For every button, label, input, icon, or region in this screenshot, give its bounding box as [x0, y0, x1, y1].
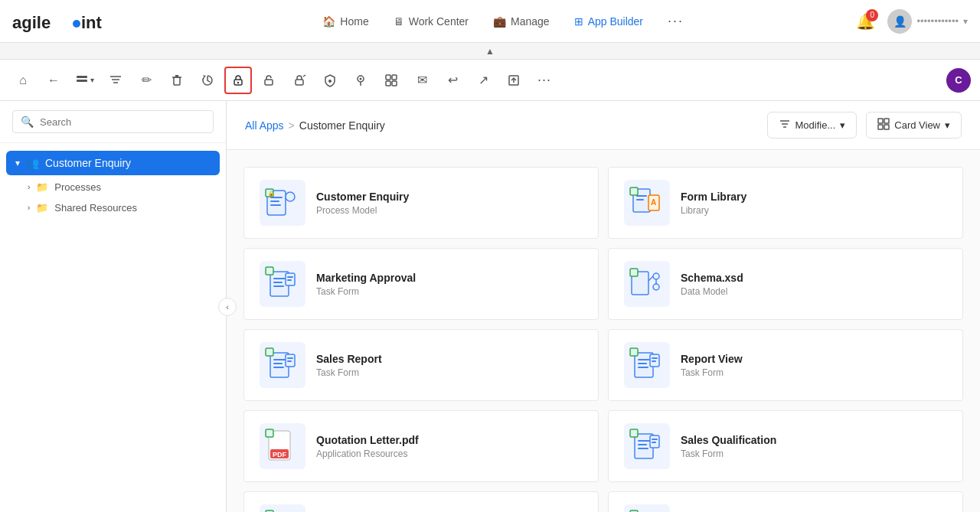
search-input[interactable]	[40, 116, 205, 128]
top-nav-right: 🔔 0 👤 •••••••••••• ▾	[856, 9, 968, 34]
toolbar-pin-button[interactable]	[347, 67, 374, 94]
toolbar-home-button[interactable]: ⌂	[9, 67, 37, 94]
sidebar-item-customer-enquiry[interactable]: ▾ 👥 Customer Enquiry	[6, 151, 220, 175]
view-chevron-icon: ▾	[945, 119, 950, 131]
collapse-button[interactable]: ▲	[485, 46, 495, 57]
svg-rect-21	[392, 75, 397, 80]
sort-icon	[779, 118, 791, 132]
toolbar-grid-button[interactable]	[377, 67, 405, 94]
toolbar-unlock-button[interactable]	[255, 67, 283, 94]
card-title-sales-report: Sales Report	[316, 353, 583, 365]
nav-appbuilder[interactable]: ⊞ App Builder	[574, 15, 643, 28]
shared-folder-icon: 📁	[36, 202, 48, 214]
svg-rect-62	[273, 363, 283, 364]
card-item-form-library[interactable]: A Form Library Library	[608, 167, 963, 239]
svg-rect-31	[878, 125, 883, 129]
card-title-sales-qualification: Sales Qualification	[681, 434, 947, 446]
toolbar-shield-button[interactable]	[316, 67, 344, 94]
toolbar-reply-button[interactable]: ↩	[439, 67, 466, 94]
card-subtitle-marketing-approval: Task Form	[316, 286, 583, 297]
svg-rect-45	[630, 188, 638, 195]
card-icon-report-view	[624, 342, 670, 388]
card-title-customer-enquiry: Customer Enquiry	[316, 191, 583, 203]
toolbar-history-button[interactable]	[194, 67, 221, 94]
toolbar-export-button[interactable]	[500, 67, 528, 94]
svg-text:PDF: PDF	[273, 451, 287, 458]
card-title-marketing-approval: Marketing Approval	[316, 272, 583, 284]
collapse-strip[interactable]: ▲	[0, 43, 980, 60]
user-name: ••••••••••••	[916, 15, 959, 27]
sidebar-item-processes[interactable]: › 📁 Processes	[0, 177, 226, 197]
nav-home[interactable]: 🏠 Home	[322, 15, 368, 28]
toolbar-back-button[interactable]: ←	[40, 67, 67, 94]
svg-rect-36	[270, 204, 281, 206]
layer-chevron-icon: ▾	[90, 76, 94, 84]
nav-manage[interactable]: 💼 Manage	[493, 15, 550, 28]
view-button[interactable]: Card View ▾	[866, 112, 962, 139]
svg-rect-66	[287, 360, 292, 362]
monitor-icon: 🖥	[394, 15, 404, 28]
toolbar-layer-button[interactable]: ▾	[70, 69, 99, 91]
nav-more-btn[interactable]: ···	[668, 13, 684, 29]
nav-workcenter[interactable]: 🖥 Work Center	[394, 15, 469, 28]
svg-rect-85	[652, 439, 658, 440]
svg-rect-35	[270, 201, 279, 202]
svg-rect-87	[630, 429, 638, 437]
svg-rect-22	[386, 81, 390, 86]
svg-rect-74	[652, 360, 656, 362]
toolbar-user-initial-button[interactable]: C	[946, 68, 971, 93]
card-item-schema-xsd[interactable]: Schema.xsd Data Model	[608, 248, 963, 320]
sidebar: 🔍 ▾ 👥 Customer Enquiry › 📁 Processes › 📁…	[0, 101, 227, 512]
sort-button[interactable]: Modifie... ▾	[767, 112, 858, 139]
toolbar-lockalt-button[interactable]	[286, 67, 313, 94]
card-icon-marketing-approval	[260, 261, 305, 307]
svg-text:A: A	[651, 198, 656, 207]
card-item-marketing-approval[interactable]: Marketing Approval Task Form	[243, 248, 599, 320]
breadcrumb-all-apps[interactable]: All Apps	[245, 119, 284, 132]
card-icon-schema-xsd	[624, 261, 670, 307]
toolbar-lock-button[interactable]	[224, 67, 252, 94]
sidebar-collapse-arrow[interactable]: ‹	[218, 298, 237, 316]
card-info-sales-qualification: Sales Qualification Task Form	[681, 434, 947, 459]
breadcrumb-current: Customer Enquiry	[299, 119, 385, 132]
svg-rect-61	[273, 359, 286, 360]
search-input-wrap[interactable]: 🔍	[12, 110, 214, 133]
card-grid: 🔒 Customer Enquiry Process Model A Form …	[227, 150, 980, 512]
search-box: 🔍	[0, 101, 226, 143]
card-item-sales-report[interactable]: Sales Report Task Form	[243, 329, 599, 401]
svg-rect-32	[884, 125, 889, 129]
user-icon: 👤	[893, 15, 906, 28]
card-item-customer-enquiry[interactable]: 🔒 Customer Enquiry Process Model	[243, 167, 599, 239]
notifications-button[interactable]: 🔔 0	[856, 12, 875, 31]
svg-rect-30	[884, 119, 889, 123]
card-item-sales-qualification[interactable]: Sales Qualification Task Form	[608, 410, 963, 482]
svg-rect-3	[77, 76, 87, 78]
user-avatar-area[interactable]: 👤 •••••••••••• ▾	[887, 9, 968, 34]
svg-rect-51	[287, 276, 293, 278]
card-item-customer-enquiry-form[interactable]: Customer Enquiry Form Task Form	[243, 491, 599, 512]
toolbar: ⌂ ← ▾ ✏ ✉ ↩ ↗ ··· C	[0, 60, 980, 101]
toolbar-delete-button[interactable]	[163, 67, 191, 94]
svg-rect-23	[392, 81, 397, 86]
toolbar-edit-button[interactable]: ✏	[132, 67, 160, 94]
card-item-quotation-letter[interactable]: PDF Quotation Letter.pdf Application Res…	[243, 410, 599, 482]
content-area: All Apps > Customer Enquiry Modifie... ▾…	[227, 101, 980, 512]
svg-point-37	[286, 192, 295, 201]
appbuilder-icon: ⊞	[574, 15, 583, 28]
search-icon: 🔍	[21, 116, 34, 128]
sidebar-item-shared-resources[interactable]: › 📁 Shared Resources	[0, 197, 226, 218]
toolbar-share-button[interactable]: ↗	[469, 67, 497, 94]
processes-expand-icon: ›	[28, 183, 30, 191]
toolbar-filter-button[interactable]	[102, 67, 129, 94]
card-item-internal-application-fileupload[interactable]: Internal Application FileUpload Task For…	[608, 491, 963, 512]
svg-rect-70	[638, 363, 647, 364]
toolbar-mail-button[interactable]: ✉	[408, 67, 436, 94]
card-info-customer-enquiry: Customer Enquiry Process Model	[316, 191, 583, 216]
card-subtitle-schema-xsd: Data Model	[681, 286, 947, 297]
card-item-report-view[interactable]: Report View Task Form	[608, 329, 963, 401]
toolbar-more-button[interactable]: ···	[531, 67, 558, 94]
card-subtitle-form-library: Library	[681, 205, 947, 216]
card-icon-customer-enquiry: 🔒	[260, 180, 305, 226]
svg-rect-14	[296, 80, 303, 85]
expand-icon: ▾	[15, 158, 20, 168]
